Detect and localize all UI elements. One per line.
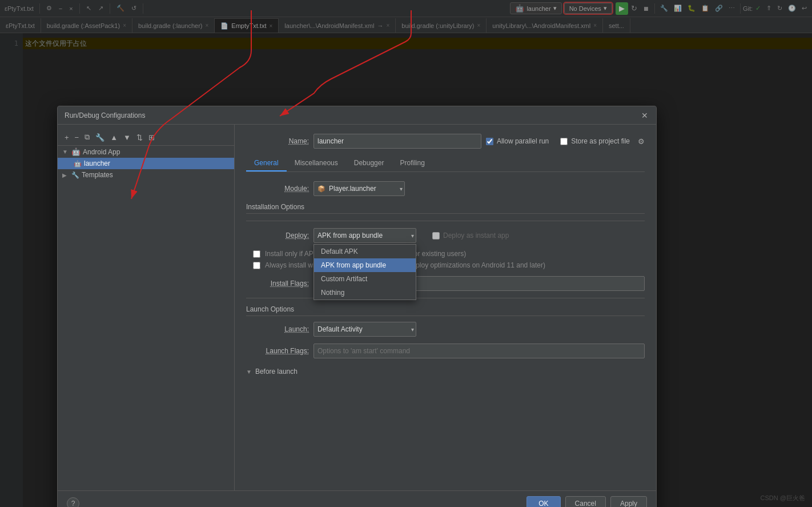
before-launch-arrow: ▼ xyxy=(246,369,252,375)
config-tree: ▼ 🤖 Android App 🤖 launcher ▶ 🔧 Tem xyxy=(58,146,234,181)
cancel-button[interactable]: Cancel xyxy=(565,496,606,508)
tree-item-launcher[interactable]: 🤖 launcher xyxy=(58,158,234,169)
install-flags-row: Install Flags: xyxy=(246,276,645,291)
launch-dropdown[interactable]: Default Activity ▾ xyxy=(313,322,416,337)
module-row: Module: 📦 Player.launcher ▾ xyxy=(246,181,645,196)
deploy-option-nothing[interactable]: Nothing xyxy=(314,286,416,300)
launch-select-wrapper: Default Activity ▾ xyxy=(313,322,416,337)
before-launch-label: Before launch xyxy=(255,368,298,376)
deploy-instant-label: Deploy as instant app xyxy=(432,231,509,239)
store-as-project-checkbox[interactable] xyxy=(560,138,568,145)
android-app-icon: 🤖 xyxy=(71,147,81,156)
tree-item-templates[interactable]: ▶ 🔧 Templates xyxy=(58,169,234,181)
deploy-instant-checkbox[interactable] xyxy=(432,232,440,239)
name-input[interactable] xyxy=(313,134,481,149)
launch-label: Launch: xyxy=(246,325,309,333)
dialog-title: Run/Debug Configurations xyxy=(65,111,640,119)
install-option-1-row: Install only if APK has changed (will on… xyxy=(246,250,645,258)
tree-launcher-label: launcher xyxy=(84,159,110,167)
launch-flags-label: Launch Flags: xyxy=(246,347,309,355)
name-row: Name: Allow parallel run Store as projec… xyxy=(246,134,645,149)
launch-value: Default Activity xyxy=(317,325,363,333)
tab-miscellaneous[interactable]: Miscellaneous xyxy=(287,155,346,171)
install-options-area: Install only if APK has changed (will on… xyxy=(246,250,645,269)
deploy-dropdown-menu: Default APK APK from app bundle Custom A… xyxy=(313,244,416,300)
dialog-close-button[interactable]: ✕ xyxy=(640,111,649,120)
launcher-icon: 🤖 xyxy=(74,160,82,167)
launch-arrow: ▾ xyxy=(411,326,414,333)
module-value: Player.launcher xyxy=(329,185,376,193)
deploy-arrow: ▾ xyxy=(411,233,414,239)
config-tabs-row: General Miscellaneous Debugger Profiling xyxy=(246,155,645,172)
templates-icon: 🔧 xyxy=(71,171,79,179)
tree-templates-label: Templates xyxy=(82,171,113,179)
sort-btn[interactable]: ⇅ xyxy=(134,132,145,143)
install-flags-label: Install Flags: xyxy=(246,280,309,288)
deploy-value: APK from app bundle xyxy=(317,231,383,239)
filter-btn[interactable]: ⊞ xyxy=(146,132,157,143)
deploy-label: Deploy: xyxy=(246,231,309,239)
deploy-select-wrapper: APK from app bundle ▾ Default APK APK fr… xyxy=(313,228,416,243)
dialog-body: + − ⧉ 🔧 ▲ ▼ ⇅ ⊞ ▼ 🤖 Android App xyxy=(58,125,656,490)
remove-config-btn[interactable]: − xyxy=(73,132,82,143)
help-button[interactable]: ? xyxy=(67,497,79,508)
tree-item-android-app[interactable]: ▼ 🤖 Android App xyxy=(58,146,234,158)
module-dropdown[interactable]: 📦 Player.launcher ▾ xyxy=(313,181,405,196)
deploy-dropdown[interactable]: APK from app bundle ▾ xyxy=(313,228,416,243)
module-select-wrapper: 📦 Player.launcher ▾ xyxy=(313,181,405,196)
module-icon: 📦 xyxy=(317,185,325,193)
deploy-row: Deploy: APK from app bundle ▾ Default AP… xyxy=(246,228,645,243)
launch-flags-row: Launch Flags: xyxy=(246,344,645,358)
before-launch-section: ▼ Before launch xyxy=(246,365,645,378)
deploy-option-custom[interactable]: Custom Artifact xyxy=(314,272,416,286)
deploy-option-default-apk[interactable]: Default APK xyxy=(314,245,416,258)
edit-config-btn[interactable]: 🔧 xyxy=(93,132,107,143)
tree-expand-templates: ▶ xyxy=(62,172,69,178)
name-label: Name: xyxy=(246,137,309,145)
allow-parallel-checkbox[interactable] xyxy=(486,138,493,145)
installation-section-title: Installation Options xyxy=(246,203,645,214)
tab-profiling[interactable]: Profiling xyxy=(392,155,432,171)
module-arrow: ▾ xyxy=(400,186,403,192)
tree-android-app-label: Android App xyxy=(83,148,120,156)
add-config-btn[interactable]: + xyxy=(62,132,71,143)
before-launch-header[interactable]: ▼ Before launch xyxy=(246,365,645,378)
install-option-1-checkbox[interactable] xyxy=(253,250,260,258)
module-label: Module: xyxy=(246,185,309,193)
store-as-project-gear[interactable]: ⚙ xyxy=(638,137,645,146)
move-down-btn[interactable]: ▼ xyxy=(121,132,133,143)
tab-debugger[interactable]: Debugger xyxy=(346,155,392,171)
tab-general[interactable]: General xyxy=(246,155,287,171)
ok-button[interactable]: OK xyxy=(526,496,560,508)
left-panel: + − ⧉ 🔧 ▲ ▼ ⇅ ⊞ ▼ 🤖 Android App xyxy=(58,125,235,490)
install-option-2-checkbox[interactable] xyxy=(253,262,260,269)
tree-expand-android-app: ▼ xyxy=(62,149,69,155)
right-panel: Name: Allow parallel run Store as projec… xyxy=(235,125,656,490)
dialog-titlebar: Run/Debug Configurations ✕ xyxy=(58,106,656,125)
left-toolbar: + − ⧉ 🔧 ▲ ▼ ⇅ ⊞ xyxy=(58,129,234,146)
copy-config-btn[interactable]: ⧉ xyxy=(82,131,92,143)
launch-flags-input[interactable] xyxy=(313,344,645,358)
dialog-overlay: Run/Debug Configurations ✕ + − ⧉ 🔧 ▲ ▼ ⇅… xyxy=(0,0,812,507)
launch-row: Launch: Default Activity ▾ xyxy=(246,322,645,337)
dialog-footer: ? OK Cancel Apply xyxy=(58,490,656,507)
launch-sep xyxy=(246,298,645,298)
store-as-project-label: Store as project file xyxy=(560,137,630,145)
apply-button[interactable]: Apply xyxy=(610,496,647,508)
launch-section-title: Launch Options xyxy=(246,305,645,316)
deploy-option-apk-bundle[interactable]: APK from app bundle xyxy=(314,258,416,272)
run-debug-dialog: Run/Debug Configurations ✕ + − ⧉ 🔧 ▲ ▼ ⇅… xyxy=(57,106,657,507)
installation-sep xyxy=(246,221,645,221)
install-option-2-row: Always install with package manager (dis… xyxy=(246,261,645,269)
move-up-btn[interactable]: ▲ xyxy=(108,132,120,143)
allow-parallel-label: Allow parallel run xyxy=(486,137,549,145)
